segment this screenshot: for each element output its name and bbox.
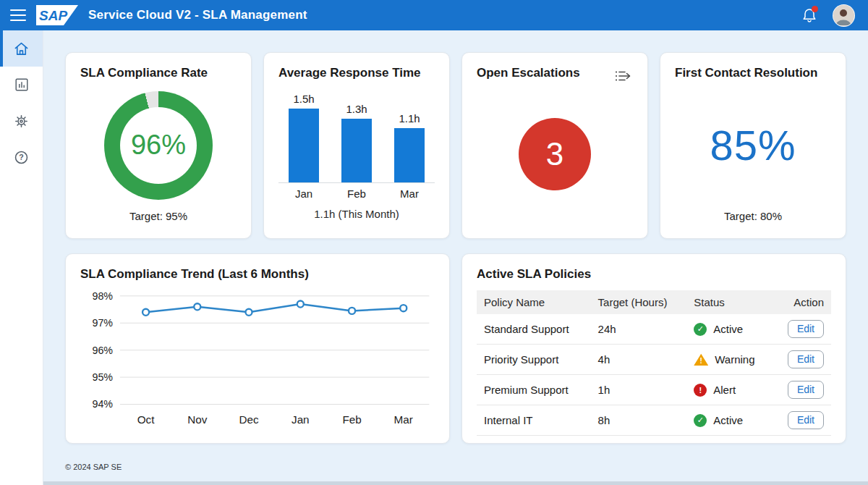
bar-chart: 1.5h1.3h1.1h <box>278 90 435 183</box>
open-list-icon[interactable] <box>614 69 633 83</box>
status-cell: !Alert <box>686 375 773 405</box>
bar-category-label: Feb <box>341 187 372 200</box>
target-hours-cell: 1h <box>591 375 687 405</box>
target-hours-cell: 24h <box>591 314 687 345</box>
svg-text:96%: 96% <box>92 345 113 356</box>
card-open-escalations: Open Escalations 3 <box>461 52 648 239</box>
help-icon: ? <box>13 149 30 166</box>
edit-button[interactable]: Edit <box>788 381 824 399</box>
svg-text:Mar: Mar <box>394 413 413 426</box>
svg-text:94%: 94% <box>92 398 113 410</box>
bar-value-label: 1.5h <box>293 93 314 105</box>
table-header-row: Policy Name Target (Hours) Status Action <box>477 290 831 314</box>
home-icon <box>13 41 30 57</box>
sidebar-item-home[interactable] <box>0 30 43 67</box>
svg-text:95%: 95% <box>92 371 113 383</box>
analytics-icon <box>14 77 30 93</box>
bar-column: 1.1h <box>394 112 425 182</box>
compliance-value: 96% <box>131 130 186 161</box>
bar <box>341 119 372 182</box>
edit-button[interactable]: Edit <box>788 350 824 368</box>
compliance-donut-chart: 96% <box>104 91 213 200</box>
status-label: Warning <box>715 353 754 366</box>
gear-icon <box>13 113 30 130</box>
sidebar-item-settings[interactable] <box>0 103 43 139</box>
policies-tbody: Standard Support24h✓ActiveEditPriority S… <box>477 314 831 436</box>
column-policy-name: Policy Name <box>477 290 591 314</box>
card-title: Average Response Time <box>278 66 435 80</box>
card-first-contact-resolution: First Contact Resolution 85% Target: 80% <box>660 52 846 239</box>
card-title: First Contact Resolution <box>675 66 831 80</box>
fcr-target: Target: 80% <box>675 210 831 225</box>
action-cell: Edit <box>773 375 831 405</box>
svg-text:Nov: Nov <box>187 413 207 426</box>
user-avatar[interactable] <box>833 4 855 27</box>
column-action: Action <box>773 290 831 314</box>
column-status: Status <box>686 290 773 314</box>
escalations-count: 3 <box>546 136 563 172</box>
sidebar-item-help[interactable]: ? <box>0 139 43 175</box>
bar-value-label: 1.3h <box>346 103 367 115</box>
svg-text:98%: 98% <box>92 290 113 302</box>
topbar: SAP Service Cloud V2 - SLA Management <box>0 0 868 30</box>
edit-button[interactable]: Edit <box>788 411 824 429</box>
main-content: SLA Compliance Rate 96% Target: 95% Aver… <box>43 30 868 485</box>
menu-hamburger-icon[interactable] <box>10 9 26 21</box>
escalations-badge: 3 <box>519 118 591 190</box>
edit-button[interactable]: Edit <box>788 320 824 338</box>
svg-text:Dec: Dec <box>239 413 258 426</box>
page-title: Service Cloud V2 - SLA Management <box>88 8 307 22</box>
card-sla-compliance-trend: SLA Compliance Trend (Last 6 Months) 98%… <box>65 253 450 444</box>
bar-category-label: Jan <box>289 187 319 200</box>
target-hours-cell: 8h <box>591 405 687 436</box>
bar <box>394 128 425 182</box>
card-title: Open Escalations <box>477 66 580 80</box>
card-active-sla-policies: Active SLA Policies Policy Name Target (… <box>461 253 846 444</box>
bottom-edge <box>43 481 868 485</box>
success-check-icon: ✓ <box>694 323 707 336</box>
bar-column: 1.3h <box>341 103 372 182</box>
warning-triangle-icon: ! <box>694 353 708 366</box>
status-cell: !Warning <box>686 345 773 375</box>
policy-name-cell: Priority Support <box>477 345 591 375</box>
bar-column: 1.5h <box>289 93 319 182</box>
compliance-target: Target: 95% <box>80 210 237 225</box>
policy-name-cell: Standard Support <box>477 314 591 345</box>
card-sla-compliance-rate: SLA Compliance Rate 96% Target: 95% <box>65 52 252 239</box>
status-label: Alert <box>713 384 736 396</box>
card-average-response-time: Average Response Time 1.5h1.3h1.1h JanFe… <box>263 52 450 239</box>
notification-badge <box>812 6 818 12</box>
svg-text:Feb: Feb <box>342 413 361 426</box>
table-row: Standard Support24h✓ActiveEdit <box>477 314 831 345</box>
bar-value-label: 1.1h <box>399 112 420 125</box>
policies-table: Policy Name Target (Hours) Status Action… <box>477 290 831 436</box>
table-row: Priority Support4h!WarningEdit <box>477 345 831 375</box>
trend-line-chart: 98%97%96%95%94%OctNovDecJanFebMar <box>80 287 436 430</box>
svg-text:SAP: SAP <box>39 8 67 23</box>
bar-chart-categories: JanFebMar <box>278 187 435 200</box>
action-cell: Edit <box>773 314 831 345</box>
policy-name-cell: Internal IT <box>477 405 591 436</box>
sidebar-item-analytics[interactable] <box>0 67 43 103</box>
bar-category-label: Mar <box>394 187 425 200</box>
table-row: Internal IT8h✓ActiveEdit <box>477 405 831 436</box>
bar <box>289 109 319 182</box>
sap-logo: SAP <box>36 5 78 25</box>
target-hours-cell: 4h <box>591 345 687 375</box>
response-footnote: 1.1h (This Month) <box>278 208 435 220</box>
action-cell: Edit <box>773 345 831 375</box>
success-check-icon: ✓ <box>694 414 707 427</box>
card-title: SLA Compliance Rate <box>80 66 237 80</box>
table-row: Premium Support1h!AlertEdit <box>477 375 831 405</box>
action-cell: Edit <box>773 405 831 436</box>
status-cell: ✓Active <box>686 314 773 345</box>
svg-text:Oct: Oct <box>137 413 155 426</box>
card-title: Active SLA Policies <box>477 267 831 282</box>
avatar-image <box>833 5 854 25</box>
svg-text:?: ? <box>19 153 23 161</box>
fcr-value: 85% <box>710 121 796 169</box>
notifications-button[interactable] <box>801 7 818 24</box>
svg-text:Jan: Jan <box>292 413 310 426</box>
status-label: Active <box>713 414 743 426</box>
svg-text:97%: 97% <box>92 317 113 329</box>
